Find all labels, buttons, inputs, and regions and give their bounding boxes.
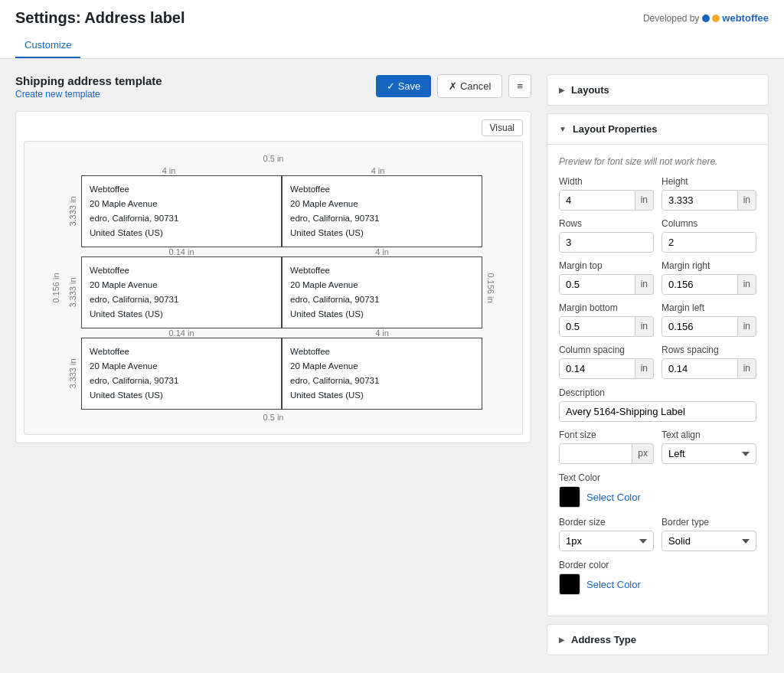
layout-props-chevron-icon: ▼ bbox=[559, 125, 567, 133]
font-size-input[interactable] bbox=[559, 443, 632, 464]
height-field-group: Height in bbox=[662, 176, 756, 211]
page-header: Settings: Address label Developed by web… bbox=[0, 0, 784, 59]
columns-input[interactable] bbox=[662, 232, 756, 253]
rows-spacing-input[interactable] bbox=[662, 358, 738, 379]
margin-top-label: Margin top bbox=[559, 260, 654, 271]
preview-side-wrapper: 0.156 in 4 in 4 in bbox=[47, 166, 499, 410]
border-size-select[interactable]: 1px 2px 3px bbox=[559, 531, 654, 551]
text-color-select-link[interactable]: Select Color bbox=[586, 492, 641, 503]
page-wrapper: Settings: Address label Developed by web… bbox=[0, 0, 784, 673]
col-spacing-label: Column spacing bbox=[559, 345, 654, 355]
border-color-selector: Select Color bbox=[559, 573, 756, 595]
menu-button[interactable]: ≡ bbox=[508, 74, 531, 98]
margin-right-input[interactable] bbox=[662, 274, 738, 295]
row3-v-measure: 3.333 in bbox=[64, 338, 81, 410]
action-buttons: ✓ Save ✗ Cancel ≡ bbox=[376, 74, 531, 98]
row2-cells: Webtoffee 20 Maple Avenue edro, Californ… bbox=[81, 256, 482, 328]
address-type-header[interactable]: ▶ Address Type bbox=[547, 625, 768, 655]
bottom-measure: 0.5 in bbox=[47, 413, 499, 422]
label-cell-2: Webtoffee 20 Maple Avenue edro, Californ… bbox=[81, 256, 282, 328]
visual-container: Visual 0.5 in 0.156 in bbox=[15, 111, 531, 443]
border-color-row: Border color Select Color bbox=[559, 559, 756, 595]
margin-top-group: Margin top in bbox=[559, 260, 654, 295]
width-label: Width bbox=[559, 176, 654, 187]
font-align-row: Font size px Text align Left Center bbox=[559, 430, 756, 464]
logo-dot-yellow-icon bbox=[712, 15, 720, 22]
create-new-template-link[interactable]: Create new template bbox=[15, 89, 162, 100]
margin-left-group: Margin left in bbox=[662, 302, 756, 337]
layout-props-body: Preview for font size will not work here… bbox=[547, 145, 768, 616]
developed-by: Developed by webtoffee bbox=[643, 12, 769, 24]
border-type-group: Border type Solid Dashed Dotted bbox=[662, 517, 756, 551]
layout-properties-section: ▼ Layout Properties Preview for font siz… bbox=[547, 113, 769, 616]
address-type-title: Address Type bbox=[571, 634, 636, 645]
rows-input[interactable] bbox=[559, 232, 654, 253]
border-type-select[interactable]: Solid Dashed Dotted bbox=[662, 531, 756, 551]
text-color-label: Text Color bbox=[559, 472, 600, 483]
text-color-swatch[interactable] bbox=[559, 486, 580, 508]
visual-tab[interactable]: Visual bbox=[482, 119, 523, 136]
col-spacing-input[interactable] bbox=[559, 358, 635, 379]
webtoffee-text: webtoffee bbox=[722, 12, 769, 24]
rows-field-group: Rows bbox=[559, 218, 654, 253]
row1-cells: Webtoffee 20 Maple Avenue edro, Californ… bbox=[81, 175, 482, 247]
margin-left-input[interactable] bbox=[662, 316, 738, 337]
font-size-wrapper: px bbox=[559, 443, 654, 464]
col-spacing-unit: in bbox=[635, 358, 654, 379]
layout-props-header[interactable]: ▼ Layout Properties bbox=[547, 114, 768, 145]
margin-bottom-left-row: Margin bottom in Margin left in bbox=[559, 302, 756, 337]
margin-bottom-unit: in bbox=[635, 316, 654, 337]
margin-bottom-label: Margin bottom bbox=[559, 302, 654, 313]
border-size-type-row: Border size 1px 2px 3px Border type Soli… bbox=[559, 517, 756, 551]
margin-top-unit: in bbox=[635, 274, 654, 295]
save-button[interactable]: ✓ Save bbox=[376, 75, 431, 97]
rows-spacing-wrapper: in bbox=[662, 358, 756, 379]
rows-spacing-label: Rows spacing bbox=[662, 345, 756, 355]
margin-bottom-input[interactable] bbox=[559, 316, 635, 337]
text-align-select[interactable]: Left Center Right bbox=[662, 443, 756, 464]
webtoffee-logo: webtoffee bbox=[702, 12, 769, 24]
between-row-2: 0.14 in 4 in bbox=[81, 328, 482, 338]
label-preview: 0.5 in 0.156 in 4 in 4 in bbox=[24, 141, 523, 435]
header-top: Settings: Address label Developed by web… bbox=[15, 9, 769, 33]
address-type-chevron-icon: ▶ bbox=[559, 635, 565, 644]
layouts-section-header[interactable]: ▶ Layouts bbox=[547, 75, 768, 105]
layout-props-title: Layout Properties bbox=[573, 123, 658, 135]
margin-left-wrapper: in bbox=[662, 316, 756, 337]
col-rows-spacing-row: Column spacing in Rows spacing in bbox=[559, 345, 756, 379]
height-unit: in bbox=[738, 190, 756, 211]
section-info: Shipping address template Create new tem… bbox=[15, 74, 162, 100]
rows-spacing-group: Rows spacing in bbox=[662, 345, 756, 379]
margin-right-unit: in bbox=[738, 274, 756, 295]
margin-right-label: Margin right bbox=[662, 260, 756, 271]
description-field: Description bbox=[559, 387, 756, 422]
width-unit: in bbox=[635, 190, 654, 211]
font-size-label: Font size bbox=[559, 430, 654, 440]
height-input-wrapper: in bbox=[662, 190, 756, 211]
row2-v-measure: 3.333 in bbox=[64, 256, 81, 328]
text-align-label: Text align bbox=[662, 430, 756, 440]
page-title: Settings: Address label bbox=[15, 9, 185, 27]
text-color-selector: Select Color bbox=[559, 486, 756, 508]
label-cell-3: Webtoffee 20 Maple Avenue edro, Californ… bbox=[282, 256, 482, 328]
border-size-group: Border size 1px 2px 3px bbox=[559, 517, 654, 551]
tab-customize[interactable]: Customize bbox=[15, 33, 80, 58]
columns-label: Columns bbox=[662, 218, 756, 229]
description-input[interactable] bbox=[559, 401, 756, 422]
font-size-group: Font size px bbox=[559, 430, 654, 464]
margin-left-label: Margin left bbox=[662, 302, 756, 313]
text-align-group: Text align Left Center Right bbox=[662, 430, 756, 464]
label-row-3: 3.333 in Webtoffee 20 Maple Avenue edro,… bbox=[64, 338, 482, 410]
text-color-row: Text Color Select Color bbox=[559, 472, 756, 508]
logo-dot-blue-icon bbox=[702, 15, 710, 22]
height-input[interactable] bbox=[662, 190, 738, 211]
margin-top-input[interactable] bbox=[559, 274, 635, 295]
width-input[interactable] bbox=[559, 190, 635, 211]
layouts-chevron-icon: ▶ bbox=[559, 86, 565, 94]
col-headers-row1: 4 in 4 in bbox=[64, 166, 482, 175]
border-color-select-link[interactable]: Select Color bbox=[586, 579, 641, 590]
cancel-button[interactable]: ✗ Cancel bbox=[437, 74, 502, 98]
border-color-swatch[interactable] bbox=[559, 573, 580, 595]
between-row-1: 0.14 in 4 in bbox=[81, 247, 482, 256]
left-panel: Shipping address template Create new tem… bbox=[15, 74, 531, 663]
